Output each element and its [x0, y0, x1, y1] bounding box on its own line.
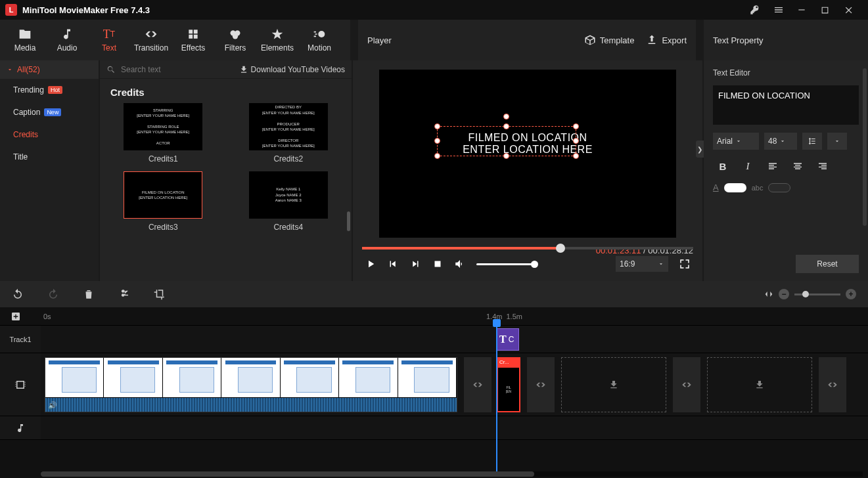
panel-expand-toggle[interactable]: ❯	[696, 141, 704, 158]
properties-scrollbar[interactable]	[863, 68, 867, 226]
category-all[interactable]: All(52)	[0, 60, 99, 79]
play-button[interactable]	[365, 258, 377, 270]
thumbnails-toolbar: Download YouTube Videos	[100, 60, 352, 79]
video-track-header	[0, 353, 41, 416]
transition-slot-4[interactable]	[819, 357, 846, 412]
thumbnails-scrollbar[interactable]	[347, 211, 350, 231]
tab-elements-label: Elements	[261, 43, 294, 53]
category-trending[interactable]: TrendingHot	[0, 79, 99, 101]
font-select[interactable]: Arial	[713, 133, 759, 150]
menu-icon[interactable]	[773, 5, 792, 15]
video-track-body[interactable]: 🔊 Cr... FIL[EN	[41, 353, 868, 416]
tab-audio[interactable]: Audio	[46, 20, 88, 60]
player-header: Player Template Export	[358, 20, 696, 60]
text-track: Track1 T C	[0, 326, 868, 353]
more-spacing-button[interactable]	[827, 133, 847, 150]
timeline-h-scrollbar[interactable]	[41, 471, 863, 477]
redo-button[interactable]	[47, 288, 59, 300]
minimize-button[interactable]	[797, 5, 815, 14]
zoom-out-button[interactable]: −	[779, 289, 789, 299]
zoom-in-button[interactable]: +	[846, 289, 856, 299]
thumb-credits4[interactable]: Kelly NAME 1Joyce NAME 2Aaron NAME 3Cred…	[236, 171, 342, 232]
tab-motion-label: Motion	[308, 43, 331, 53]
tab-media[interactable]: Media	[4, 20, 46, 60]
search-input[interactable]	[121, 65, 200, 74]
italic-button[interactable]: I	[738, 158, 758, 175]
fontsize-select[interactable]: 48	[764, 133, 797, 150]
titlebar: L MiniTool MovieMaker Free 7.4.3	[0, 0, 868, 20]
tab-effects-label: Effects	[181, 43, 205, 53]
text-clip[interactable]: T C	[497, 328, 519, 351]
text-editor-input[interactable]	[713, 85, 859, 125]
text-color-icon: A	[713, 183, 719, 192]
activate-icon[interactable]	[750, 5, 768, 15]
ruler-mark-2: 1.5m	[506, 313, 522, 320]
selection-box[interactable]	[437, 126, 576, 156]
zoom-slider[interactable]	[794, 293, 840, 295]
drop-zone-2[interactable]	[707, 357, 812, 412]
maximize-button[interactable]	[821, 6, 839, 14]
tab-media-label: Media	[14, 43, 36, 53]
align-center-button[interactable]	[788, 158, 808, 175]
app-title: MiniTool MovieMaker Free 7.4.3	[22, 5, 744, 15]
video-track: 🔊 Cr... FIL[EN	[0, 353, 868, 416]
properties-panel: ❯ Text Editor Arial 48 B I	[704, 60, 868, 281]
transition-slot-3[interactable]	[673, 357, 700, 412]
download-youtube-button[interactable]: Download YouTube Videos	[239, 65, 345, 74]
fullscreen-button[interactable]	[679, 258, 691, 270]
category-credits[interactable]: Credits	[0, 123, 99, 146]
property-header: Text Property	[704, 20, 868, 60]
template-button[interactable]: Template	[584, 34, 635, 46]
thumb-credits2[interactable]: DIRECTED BY[ENTER YOUR NAME HERE] PRODUC…	[236, 103, 342, 163]
volume-slider[interactable]	[476, 263, 536, 265]
tab-effects[interactable]: Effects	[172, 20, 214, 60]
fit-timeline-button[interactable]	[764, 290, 773, 299]
prev-frame-button[interactable]	[387, 258, 399, 270]
text-color-swatch[interactable]	[724, 183, 746, 192]
bg-color-swatch[interactable]	[768, 183, 790, 192]
tab-elements[interactable]: Elements	[256, 20, 298, 60]
timeline-ruler[interactable]: 0s 1.4m 1.5m	[0, 307, 868, 326]
tab-motion[interactable]: Motion	[298, 20, 340, 60]
ribbon-row: Media Audio TT Text Transition Effects F…	[0, 20, 868, 60]
stop-button[interactable]	[432, 258, 444, 270]
split-button[interactable]	[118, 288, 130, 300]
category-title[interactable]: Title	[0, 146, 99, 168]
delete-button[interactable]	[83, 288, 95, 300]
transition-slot-2[interactable]	[527, 357, 555, 412]
next-frame-button[interactable]	[409, 258, 421, 270]
line-spacing-button[interactable]	[802, 133, 822, 150]
category-all-label: All(52)	[17, 65, 40, 74]
bold-button[interactable]: B	[713, 158, 733, 175]
aspect-select[interactable]: 16:9	[616, 256, 668, 272]
tab-transition[interactable]: Transition	[130, 20, 172, 60]
undo-button[interactable]	[12, 288, 24, 300]
clip-audio-icon[interactable]: 🔊	[48, 401, 57, 410]
player-stage[interactable]: FILMED ON LOCATION ENTER LOCATION HERE	[379, 70, 676, 238]
reset-button[interactable]: Reset	[796, 255, 859, 273]
tab-text[interactable]: TT Text	[88, 20, 130, 60]
close-button[interactable]	[844, 5, 863, 15]
video-clip-main[interactable]: 🔊	[45, 357, 457, 412]
app-icon: L	[5, 4, 17, 16]
fontsize-value: 48	[768, 137, 777, 146]
tab-filters[interactable]: Filters	[214, 20, 256, 60]
category-caption[interactable]: CaptionNew	[0, 101, 99, 123]
video-clip-credits[interactable]: Cr... FIL[EN	[497, 357, 520, 412]
transition-slot-1[interactable]	[464, 357, 491, 412]
add-track-button[interactable]	[0, 311, 41, 322]
align-right-button[interactable]	[813, 158, 833, 175]
audio-track-body[interactable]	[41, 416, 868, 439]
thumb-credits1[interactable]: STARRING[ENTER YOUR NAME HERE] STARRING …	[110, 103, 216, 163]
text-track-body[interactable]: T C	[41, 326, 868, 353]
export-button[interactable]: Export	[646, 34, 687, 46]
thumbnails-panel: Download YouTube Videos Credits STARRING…	[100, 60, 352, 281]
crop-button[interactable]	[154, 288, 166, 300]
text-editor-heading: Text Editor	[713, 68, 859, 77]
volume-icon[interactable]	[454, 258, 466, 270]
progress-bar[interactable]	[362, 247, 693, 250]
aspect-value: 16:9	[620, 259, 635, 269]
thumb-credits3[interactable]: FILMED ON LOCATION[ENTER LOCATION HERE]C…	[110, 171, 216, 232]
drop-zone-1[interactable]	[561, 357, 666, 412]
align-left-button[interactable]	[763, 158, 783, 175]
